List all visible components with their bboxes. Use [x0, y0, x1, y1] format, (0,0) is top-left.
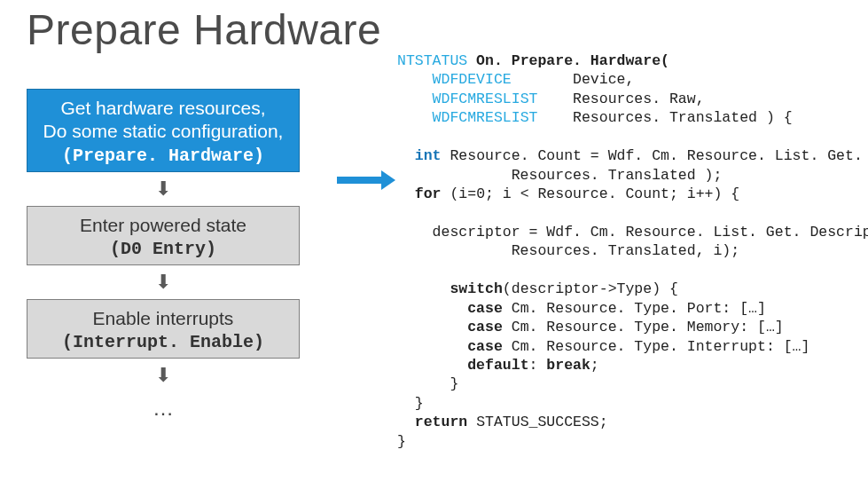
- code-t21: [397, 280, 450, 297]
- slide-title: Prepare Hardware: [27, 5, 381, 54]
- code-t7: WDFCMRESLIST: [433, 91, 538, 107]
- step1-line1: Get hardware resources,: [33, 97, 293, 120]
- code-t14: Resource. Count = Wdf. Cm. Resource. Lis…: [442, 147, 868, 164]
- code-t8: Resources. Raw,: [537, 91, 704, 107]
- code-t27: [397, 319, 467, 335]
- arrow-right-icon: [337, 170, 397, 190]
- code-t5: Device,: [512, 71, 635, 88]
- code-t31: case: [467, 338, 503, 355]
- code-t26: Cm. Resource. Type. Port: […]: [503, 300, 766, 317]
- code-t6: [397, 91, 433, 107]
- code-t38: }: [397, 375, 458, 392]
- step-interrupt-enable: Enable interrupts (Interrupt. Enable): [27, 299, 300, 359]
- arrow-shaft: [337, 177, 383, 184]
- code-t2: On. Prepare. Hardware(: [467, 52, 669, 69]
- code-t4: WDFDEVICE: [433, 71, 512, 88]
- code-t3: [397, 71, 433, 88]
- step3-line1: Enable interrupts: [33, 307, 293, 330]
- code-t9: [397, 109, 433, 126]
- code-t13: int: [415, 147, 442, 164]
- code-t37: ;: [590, 357, 599, 374]
- code-t18: (i=0; i < Resource. Count; i++) {: [442, 185, 740, 202]
- slide: Prepare Hardware Get hardware resources,…: [0, 0, 868, 489]
- code-t10: WDFCMRESLIST: [433, 109, 538, 126]
- code-t12: [397, 147, 415, 164]
- step3-mono: (Interrupt. Enable): [33, 332, 293, 352]
- code-t41: return: [415, 414, 467, 430]
- code-t39: }: [397, 395, 424, 412]
- arrow-down-icon: ⬇: [27, 272, 300, 292]
- code-t23: (descriptor->Type) {: [503, 280, 678, 297]
- code-blank3: [397, 262, 406, 279]
- code-t40: [397, 414, 415, 430]
- arrow-head: [381, 170, 395, 190]
- flow-column: Get hardware resources, Do some static c…: [27, 89, 300, 421]
- code-t34: default: [467, 357, 528, 374]
- code-t30: [397, 338, 467, 355]
- code-blank1: [397, 129, 406, 146]
- step2-mono: (D0 Entry): [33, 239, 293, 259]
- code-t17: for: [415, 185, 442, 202]
- code-t29: Cm. Resource. Type. Memory: […]: [503, 319, 784, 335]
- code-t35: :: [529, 357, 547, 374]
- code-t16: [397, 185, 415, 202]
- code-t25: case: [467, 300, 503, 317]
- arrow-down-icon: ⬇: [27, 179, 300, 199]
- code-t22: switch: [450, 280, 502, 297]
- code-t36: break: [546, 357, 590, 374]
- code-blank2: [397, 205, 406, 222]
- code-t15: Resources. Translated );: [397, 167, 722, 184]
- step1-mono: (Prepare. Hardware): [33, 146, 293, 166]
- step1-line2: Do some static configuration,: [33, 120, 293, 143]
- code-t42: STATUS_SUCCESS;: [467, 414, 607, 430]
- step2-line1: Enter powered state: [33, 214, 293, 237]
- code-t24: [397, 300, 467, 317]
- code-t32: Cm. Resource. Type. Interrupt: […]: [503, 338, 810, 355]
- code-t28: case: [467, 319, 503, 335]
- code-t43: }: [397, 433, 406, 450]
- code-t19: descriptor = Wdf. Cm. Resource. List. Ge…: [397, 224, 868, 241]
- arrow-down-icon: ⬇: [27, 366, 300, 385]
- step-prepare-hardware: Get hardware resources, Do some static c…: [27, 89, 300, 172]
- code-t33: [397, 357, 467, 374]
- code-t11: Resources. Translated ) {: [537, 109, 792, 126]
- step-d0-entry: Enter powered state (D0 Entry): [27, 206, 300, 265]
- code-t20: Resources. Translated, i);: [397, 242, 739, 259]
- flow-more: …: [27, 396, 300, 421]
- code-t1: NTSTATUS: [397, 52, 467, 69]
- code-block: NTSTATUS On. Prepare. Hardware( WDFDEVIC…: [397, 51, 867, 451]
